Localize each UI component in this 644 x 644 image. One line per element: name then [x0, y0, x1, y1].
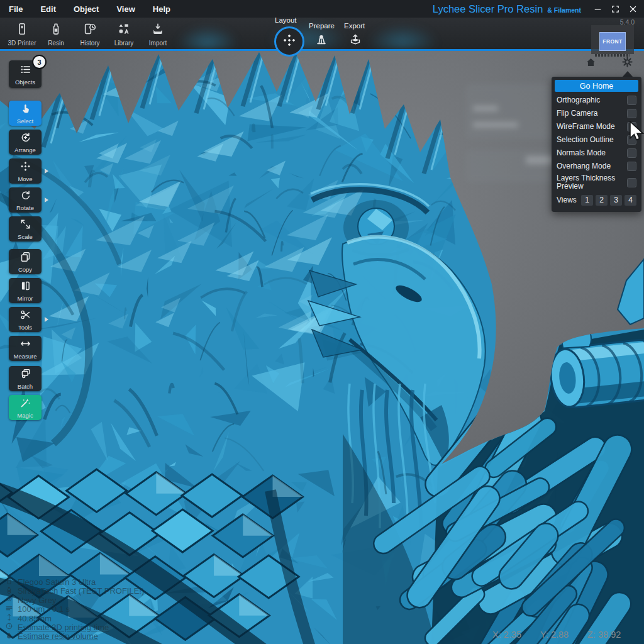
- menu-edit[interactable]: Edit: [40, 4, 56, 14]
- tool-label: Tools: [18, 324, 32, 331]
- normals-mode-checkbox[interactable]: [627, 148, 636, 158]
- coordinate-y: Y: 2.88: [540, 630, 569, 640]
- tool-arrange[interactable]: Arrange: [9, 130, 42, 155]
- window-maximize-button[interactable]: [609, 3, 621, 15]
- toolbar-resin[interactable]: Resin: [39, 22, 73, 47]
- camera-settings-gear-icon[interactable]: [621, 56, 633, 70]
- tool-objects[interactable]: Objects 3: [9, 60, 42, 88]
- toolbar-3d-printer[interactable]: 3D Printer: [5, 22, 39, 47]
- toolbar-import[interactable]: Import: [141, 22, 175, 47]
- tool-measure[interactable]: Measure: [9, 336, 42, 361]
- tool-label: Measure: [14, 353, 37, 360]
- camera-home-icon[interactable]: [585, 57, 597, 71]
- toolbar-item-label: Import: [149, 40, 167, 47]
- app-title: Lychee Slicer Pro Resin: [433, 3, 543, 15]
- tool-label: Magic: [17, 412, 33, 419]
- tool-mirror[interactable]: Mirror: [9, 278, 42, 303]
- copy-icon: [19, 251, 31, 265]
- submenu-caret-icon: [45, 317, 48, 322]
- view-slot-4[interactable]: 4: [625, 195, 636, 206]
- tab-export[interactable]: [341, 33, 369, 49]
- menu-help[interactable]: Help: [153, 4, 170, 14]
- tool-scale[interactable]: Scale: [9, 216, 42, 242]
- selection-outline-checkbox[interactable]: [627, 135, 636, 145]
- orthographic-checkbox[interactable]: [627, 96, 636, 105]
- menu-item-overhang-mode[interactable]: Overhang Mode: [552, 160, 641, 173]
- batch-icon: [19, 368, 31, 382]
- window-close-button[interactable]: [626, 3, 639, 15]
- main-toolbar: 3D Printer Resin History Library Import …: [0, 18, 644, 51]
- tool-move[interactable]: Move: [9, 158, 42, 184]
- tab-layout[interactable]: [274, 26, 304, 57]
- select-hand-icon: [19, 103, 31, 117]
- toolbar-item-label: Resin: [48, 40, 64, 47]
- menu-item-label: Normals Mode: [557, 149, 606, 157]
- status-40-85mm: 40.85mm: [5, 614, 144, 623]
- view-slot-2[interactable]: 2: [596, 195, 608, 206]
- app-version: 5.4.0: [620, 18, 635, 26]
- menu-item-flip-camera[interactable]: Flip Camera: [552, 107, 641, 120]
- model-viewport[interactable]: [0, 0, 644, 644]
- menu-view[interactable]: View: [116, 4, 135, 14]
- measure-icon: [19, 338, 31, 352]
- layers-thickness-preview-checkbox[interactable]: [627, 178, 636, 187]
- go-home-button[interactable]: Go Home: [555, 80, 638, 92]
- cursor-coordinates: X: 2.35 Y: 2.88 Z: 38.92: [492, 630, 621, 640]
- camera-menu-pointer: [623, 71, 633, 77]
- menu-item-label: Overhang Mode: [557, 162, 611, 170]
- overhang-mode-checkbox[interactable]: [627, 162, 636, 171]
- tab-prepare[interactable]: [308, 33, 335, 49]
- objects-list-icon: [19, 64, 31, 78]
- toolbar-history[interactable]: History: [73, 22, 107, 47]
- tab-export-label[interactable]: Export: [344, 22, 365, 30]
- submenu-caret-icon: [45, 197, 48, 203]
- move-icon: [19, 160, 31, 175]
- scissors-icon: [19, 309, 31, 323]
- wireframe-mode-checkbox[interactable]: [627, 122, 636, 131]
- status-text: 100 um - 0.1 s: [18, 604, 70, 614]
- tool-label: Objects: [15, 79, 35, 86]
- menu-item-normals-mode[interactable]: Normals Mode: [552, 147, 641, 160]
- coordinate-x: X: 2.35: [492, 630, 521, 640]
- menu-item-label: Selection Outline: [557, 136, 614, 144]
- view-cube-face-label: FRONT: [602, 38, 622, 45]
- menu-file[interactable]: File: [9, 4, 23, 14]
- tool-label: Rotate: [16, 204, 34, 211]
- tool-select[interactable]: Select: [9, 101, 42, 126]
- menubar: FileEditObjectViewHelp: [0, 4, 188, 14]
- flip-camera-checkbox[interactable]: [627, 109, 636, 118]
- tool-label: Arrange: [14, 147, 36, 153]
- view-cube-front-face[interactable]: FRONT: [599, 32, 626, 51]
- status-estimate-resin-volume[interactable]: Estimate resin volume: [5, 632, 144, 641]
- menu-item-orthographic[interactable]: Orthographic: [552, 94, 641, 107]
- app-title-area: Lychee Slicer Pro Resin & Filament: [433, 3, 581, 15]
- tool-batch[interactable]: Batch: [9, 366, 42, 391]
- status-navy-grey: @Navy Grey: [5, 596, 144, 604]
- submenu-caret-icon: [45, 169, 48, 174]
- tool-label: Move: [18, 175, 32, 182]
- move-icon: [282, 33, 297, 50]
- status-text: Estimate 3D printing time: [18, 623, 109, 632]
- views-label: Views: [557, 196, 577, 204]
- tool-magic[interactable]: Magic: [9, 395, 42, 420]
- magic-wand-icon: [19, 397, 31, 411]
- menu-item-selection-outline[interactable]: Selection Outline: [552, 133, 641, 147]
- status-sirayatech-fast-test-profile: SirayaTech Fast (TEST PROFILE!): [5, 587, 144, 596]
- svg-text:@: @: [6, 595, 13, 602]
- menu-item-layers-thickness-preview[interactable]: Layers Thickness Preview: [552, 173, 641, 192]
- status-text: Elegoo Saturn 3 Ultra: [18, 577, 96, 587]
- toolbar-library[interactable]: Library: [107, 22, 141, 47]
- tool-tools[interactable]: Tools: [9, 307, 42, 332]
- status-estimate-3d-printing-time[interactable]: Estimate 3D printing time: [5, 623, 144, 631]
- tab-prepare-label[interactable]: Prepare: [309, 22, 335, 30]
- view-slot-3[interactable]: 3: [610, 195, 622, 206]
- menu-object[interactable]: Object: [74, 4, 99, 14]
- tool-copy[interactable]: Copy: [9, 249, 42, 274]
- window-minimize-button[interactable]: [591, 3, 604, 15]
- tool-rotate[interactable]: Rotate: [9, 187, 42, 213]
- rotate-icon: [19, 189, 31, 204]
- view-cube[interactable]: FRONT: [591, 25, 634, 54]
- menu-item-label: Layers Thickness Preview: [557, 174, 617, 191]
- menu-item-wireframe-mode[interactable]: WireFrame Mode: [552, 120, 641, 133]
- view-slot-1[interactable]: 1: [581, 195, 593, 206]
